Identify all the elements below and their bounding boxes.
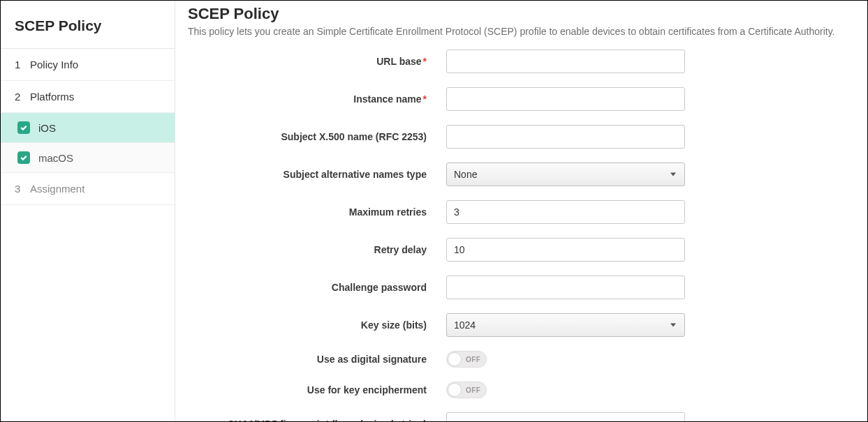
control-san-type: None: [446, 163, 685, 186]
control-challenge-password: [446, 276, 685, 299]
page-description: This policy lets you create an Simple Ce…: [188, 26, 855, 37]
step-number: 2: [15, 91, 26, 103]
main-panel: SCEP Policy This policy lets you create …: [175, 1, 867, 421]
label-key-size: Key size (bits): [188, 319, 446, 331]
row-max-retries: Maximum retries: [188, 200, 855, 224]
platform-item-macos[interactable]: macOS: [1, 143, 175, 173]
checkbox-checked-icon: [17, 151, 30, 164]
required-asterisk: *: [423, 56, 427, 67]
row-key-size: Key size (bits) 1024: [188, 313, 855, 337]
subject-x500-input[interactable]: [446, 125, 685, 149]
sidebar-title: SCEP Policy: [1, 1, 175, 49]
row-subject-x500: Subject X.500 name (RFC 2253): [188, 125, 855, 149]
required-asterisk: *: [423, 93, 427, 105]
label-subject-x500: Subject X.500 name (RFC 2253): [188, 131, 446, 142]
retry-delay-input[interactable]: [446, 238, 685, 262]
key-enc-toggle[interactable]: OFF: [446, 382, 487, 398]
san-type-select[interactable]: None: [446, 163, 685, 186]
label-text: Instance name: [353, 93, 421, 105]
row-retry-delay: Retry delay: [188, 238, 855, 262]
platform-label: iOS: [38, 122, 56, 134]
control-instance-name: [446, 87, 685, 111]
step-label: Assignment: [30, 183, 84, 195]
platform-label: macOS: [38, 152, 73, 164]
label-san-type: Subject alternative names type: [188, 169, 446, 180]
page-container: SCEP Policy 1 Policy Info 2 Platforms iO…: [0, 0, 868, 422]
label-fingerprint: SHA1/MD5 fingerprint (hexadecimal string…: [188, 419, 446, 421]
toggle-state: OFF: [466, 386, 480, 394]
label-challenge-password: Challenge password: [188, 282, 446, 293]
label-instance-name: Instance name*: [188, 93, 446, 105]
step-number: 3: [15, 183, 26, 195]
step-policy-info[interactable]: 1 Policy Info: [1, 49, 175, 81]
step-label: Policy Info: [30, 59, 78, 70]
url-base-input[interactable]: [446, 50, 685, 73]
control-key-enc: OFF: [446, 382, 685, 398]
label-url-base: URL base*: [188, 56, 446, 67]
label-text: URL base: [376, 56, 421, 67]
label-retry-delay: Retry delay: [188, 244, 446, 255]
control-url-base: [446, 50, 685, 73]
select-value: 1024: [454, 319, 476, 331]
max-retries-input[interactable]: [446, 200, 685, 224]
challenge-password-input[interactable]: [446, 276, 685, 299]
step-assignment[interactable]: 3 Assignment: [1, 173, 175, 205]
select-value: None: [454, 169, 477, 180]
label-key-enc: Use for key encipherment: [188, 384, 446, 395]
row-key-enc: Use for key encipherment OFF: [188, 382, 855, 398]
control-retry-delay: [446, 238, 685, 262]
row-digital-sig: Use as digital signature OFF: [188, 351, 855, 368]
instance-name-input[interactable]: [446, 87, 685, 111]
row-challenge-password: Challenge password: [188, 276, 855, 299]
toggle-knob: [448, 383, 462, 397]
step-platforms[interactable]: 2 Platforms: [1, 81, 175, 113]
key-size-select[interactable]: 1024: [446, 313, 685, 337]
page-title: SCEP Policy: [188, 5, 855, 23]
row-url-base: URL base*: [188, 50, 855, 73]
toggle-state: OFF: [466, 356, 480, 363]
step-number: 1: [15, 59, 26, 70]
fingerprint-input[interactable]: [446, 412, 685, 421]
caret-down-icon: [670, 173, 676, 176]
control-digital-sig: OFF: [446, 351, 685, 368]
row-fingerprint: SHA1/MD5 fingerprint (hexadecimal string…: [188, 412, 855, 421]
caret-down-icon: [670, 324, 676, 327]
control-fingerprint: [446, 412, 685, 421]
toggle-knob: [448, 352, 462, 366]
control-max-retries: [446, 200, 685, 224]
row-instance-name: Instance name*: [188, 87, 855, 111]
step-label: Platforms: [30, 91, 74, 103]
sidebar: SCEP Policy 1 Policy Info 2 Platforms iO…: [1, 1, 175, 421]
label-max-retries: Maximum retries: [188, 206, 446, 218]
platform-item-ios[interactable]: iOS: [1, 113, 175, 143]
control-subject-x500: [446, 125, 685, 149]
row-san-type: Subject alternative names type None: [188, 163, 855, 186]
checkbox-checked-icon: [17, 121, 30, 134]
label-digital-sig: Use as digital signature: [188, 354, 446, 365]
control-key-size: 1024: [446, 313, 685, 337]
digital-sig-toggle[interactable]: OFF: [446, 351, 487, 368]
